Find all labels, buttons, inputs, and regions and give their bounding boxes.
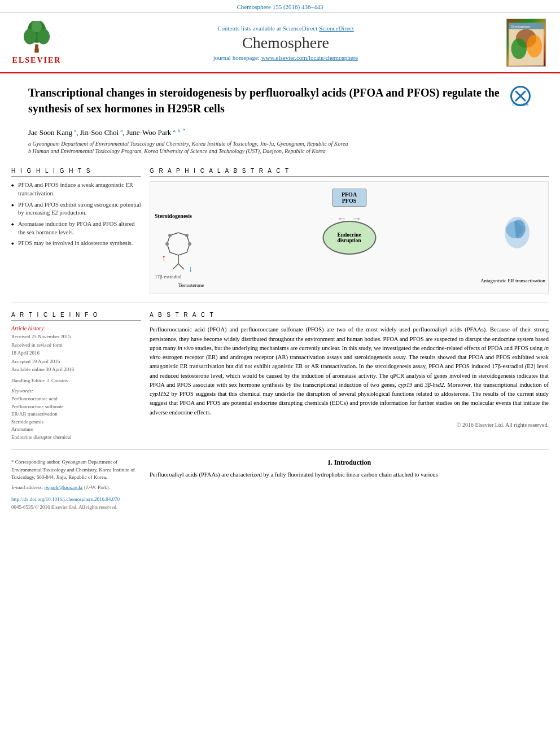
highlight-item-1: PFOA and PFOS induce a weak antagonistic… (11, 181, 141, 198)
journal-ref-text: Chemosphere 155 (2016) 436–443 (237, 3, 323, 10)
accepted-date: Accepted 19 April 2016 (11, 357, 141, 365)
email-line: E-mail address: jwpark@kiox.re.kr (J.-W.… (11, 484, 141, 492)
svg-text:↑: ↑ (161, 253, 166, 263)
ga-pfoa-pfos: PFOAPFOS (332, 189, 366, 207)
header-area: ELSEVIER Contents lists available at Sci… (0, 13, 560, 73)
highlights-col: H I G H L I G H T S PFOA and PFOS induce… (11, 168, 141, 294)
svg-point-23 (185, 234, 189, 237)
ga-testosterone-label: Testosterone (178, 282, 204, 288)
affiliation-a: a Gyeongnam Department of Environmental … (28, 141, 532, 147)
email-label: E-mail address: (11, 484, 43, 490)
article-info-col: A R T I C L E I N F O Article history: R… (11, 312, 141, 441)
svg-line-20 (173, 264, 178, 269)
ga-blue-arrow: ↓ (189, 265, 193, 274)
article-info-label: A R T I C L E I N F O (11, 312, 141, 321)
cover-art-icon: Chemosphere (509, 21, 544, 67)
highlight-item-2: PFOA and PFOS exhibit strong estrogenic … (11, 201, 141, 217)
intro-title: 1. Introduction (150, 458, 549, 467)
available-date: Available online 30 April 2016 (11, 365, 141, 373)
graphical-abstract-col: G R A P H I C A L A B S T R A C T PFOAPF… (150, 168, 549, 294)
intro-section-title: Introduction (334, 458, 371, 466)
received-revised-date: Received in revised form18 April 2016 (11, 341, 141, 357)
article-title-area: Transcriptional changes in steroidogenes… (0, 73, 560, 122)
keyword-1: Perfluorooctanoic acid (11, 395, 141, 403)
issn-text: 0045-6535/© 2016 Elsevier Ltd. All right… (11, 504, 141, 512)
received-date: Received 25 November 2015 (11, 333, 141, 340)
authors-area: Jae Soon Kang a, Jin-Soo Choi a, June-Wo… (0, 122, 560, 161)
elsevier-tree-icon (17, 21, 56, 55)
science-direct-link[interactable]: ScienceDirect (319, 25, 354, 32)
highlights-abstract-section: H I G H L I G H T S PFOA and PFOS induce… (0, 168, 560, 294)
article-title: Transcriptional changes in steroidogenes… (28, 85, 501, 116)
graphical-abstract-image: PFOAPFOS Steroidogenesis (150, 181, 549, 294)
svg-text:Chemosphere: Chemosphere (511, 25, 530, 28)
handling-editor: Handling Editor: J. Cousins (11, 378, 141, 383)
keyword-5: Aromatase (11, 426, 141, 434)
article-dates: Received 25 November 2015 Received in re… (11, 333, 141, 373)
svg-point-10 (527, 35, 542, 58)
svg-point-5 (35, 45, 38, 49)
journal-cover-image: Chemosphere (506, 19, 546, 67)
ga-steroidogenesis-label: Steroidogenesis (155, 213, 192, 219)
ga-estradiol-label: 17β-estradiol (155, 274, 182, 279)
svg-rect-6 (34, 48, 38, 52)
journal-title: Chemosphere (242, 34, 329, 52)
intro-text: Perfluoroalkyl acids (PFAAs) are charact… (150, 470, 549, 479)
intro-section-number: 1. (327, 458, 333, 466)
ga-er-transact-label: Antagonistic ER transactivation (480, 278, 545, 283)
keyword-6: Endocrine disruptor chemical (11, 434, 141, 442)
header-right: Chemosphere (504, 19, 549, 67)
svg-text:CrossMark: CrossMark (512, 103, 529, 106)
highlight-item-4: PFOS may be involved in aldosterone synt… (11, 239, 141, 248)
elsevier-brand-text: ELSEVIER (12, 56, 62, 65)
svg-point-9 (511, 38, 527, 59)
ga-arrows: ← → (337, 213, 362, 225)
keywords-label: Keywords: (11, 388, 141, 394)
intro-col: 1. Introduction Perfluoroalkyl acids (PF… (150, 458, 549, 511)
elsevier-logo: ELSEVIER (6, 19, 68, 67)
footnote-col: * Corresponding author. Gyeongnam Depart… (11, 458, 141, 511)
bottom-section: * Corresponding author. Gyeongnam Depart… (0, 458, 560, 511)
authors-line: Jae Soon Kang a, Jin-Soo Choi a, June-Wo… (28, 128, 532, 137)
page-container: Chemosphere 155 (2016) 436–443 ELSEVIER (0, 0, 560, 511)
info-abstract-section: A R T I C L E I N F O Article history: R… (0, 312, 560, 441)
journal-ref-bar: Chemosphere 155 (2016) 436–443 (0, 0, 560, 13)
email-link[interactable]: jwpark@kiox.re.kr (44, 484, 82, 490)
highlight-item-3: Aromatase induction by PFOA and PFOS alt… (11, 220, 141, 237)
ga-endocrine-disruption: Endocrinedisruption (322, 221, 376, 255)
svg-point-25 (165, 242, 169, 246)
journal-homepage: journal homepage: www.elsevier.com/locat… (213, 54, 358, 61)
crossmark-icon[interactable]: CrossMark (509, 85, 532, 107)
highlights-label: H I G H L I G H T S (11, 168, 141, 177)
keyword-3: ER/AR transactivation (11, 410, 141, 418)
ga-protein-icon (500, 213, 534, 255)
corresponding-author-text: * Corresponding author. Gyeongnam Depart… (11, 458, 141, 482)
science-direct-text: Contents lists available at ScienceDirec… (217, 25, 354, 32)
history-label: Article history: (11, 325, 141, 331)
abstract-text: Perfluorooctanoic acid (PFOA) and perflu… (150, 325, 549, 417)
abstract-col: A B S T R A C T Perfluorooctanoic acid (… (150, 312, 549, 441)
keyword-2: Perfluorooctane sulfonate (11, 403, 141, 411)
copyright-text: © 2016 Elsevier Ltd. All rights reserved… (150, 422, 549, 428)
email-suffix: (J.-W. Park). (84, 484, 110, 490)
homepage-url[interactable]: www.elsevier.com/locate/chemosphere (261, 54, 358, 61)
doi-link[interactable]: http://dx.doi.org/10.1016/j.chemosphere.… (11, 496, 141, 504)
svg-line-21 (178, 264, 184, 269)
section-divider-1 (11, 303, 549, 303)
keyword-4: Steroidogenesis (11, 418, 141, 426)
abstract-title: A B S T R A C T (150, 312, 549, 321)
header-center: Contents lists available at ScienceDirec… (68, 19, 504, 67)
section-divider-2 (11, 449, 549, 450)
svg-point-24 (188, 242, 191, 246)
affiliation-b: b Human and Environmental Toxicology Pro… (28, 148, 532, 154)
svg-point-22 (168, 234, 172, 237)
graphical-abstract-label: G R A P H I C A L A B S T R A C T (150, 168, 549, 177)
